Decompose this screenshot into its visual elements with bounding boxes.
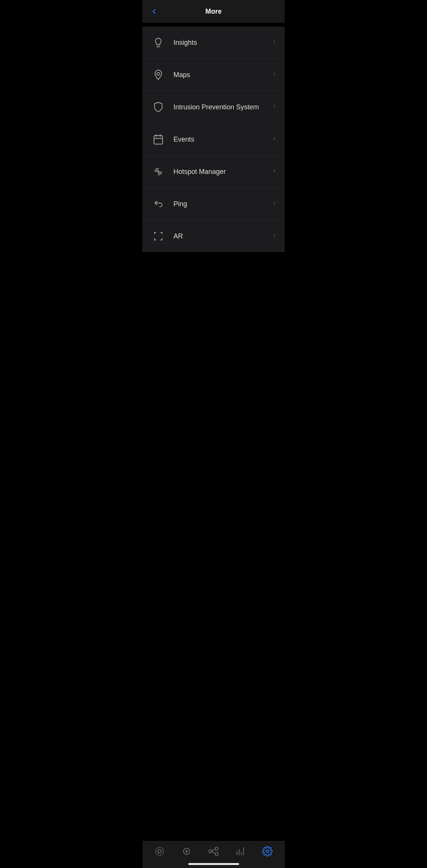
menu-item-ar[interactable]: AR	[142, 220, 285, 252]
ping-label: Ping	[173, 200, 272, 208]
top-separator	[142, 23, 285, 27]
maps-label: Maps	[173, 71, 272, 79]
header: More	[142, 0, 285, 23]
ar-chevron	[272, 233, 277, 240]
events-label: Events	[173, 136, 272, 144]
menu-item-ping[interactable]: Ping	[142, 188, 285, 220]
intrusion-label: Intrusion Prevention System	[173, 103, 272, 111]
shield-icon	[150, 99, 167, 115]
insights-chevron	[272, 39, 277, 46]
svg-point-6	[158, 171, 159, 173]
svg-rect-2	[154, 136, 163, 144]
insights-label: Insights	[173, 39, 272, 47]
hotspot-chevron	[272, 168, 277, 175]
page-title: More	[205, 8, 222, 16]
lightbulb-icon	[150, 34, 167, 51]
menu-item-events[interactable]: Events	[142, 123, 285, 156]
maps-icon	[150, 66, 167, 83]
ping-chevron	[272, 200, 277, 207]
back-button[interactable]	[150, 7, 158, 16]
menu-item-hotspot[interactable]: Hotspot Manager	[142, 156, 285, 188]
menu-item-insights[interactable]: Insights	[142, 27, 285, 59]
maps-chevron	[272, 71, 277, 78]
menu-item-maps[interactable]: Maps	[142, 59, 285, 91]
ping-icon	[150, 196, 167, 212]
bottom-area	[142, 252, 285, 336]
ar-label: AR	[173, 232, 272, 240]
menu-list: Insights Maps	[142, 27, 285, 252]
intrusion-chevron	[272, 104, 277, 110]
ar-icon	[150, 228, 167, 245]
svg-point-1	[157, 73, 160, 76]
hotspot-label: Hotspot Manager	[173, 168, 272, 176]
hotspot-icon	[150, 163, 167, 180]
events-chevron	[272, 136, 277, 143]
menu-item-intrusion[interactable]: Intrusion Prevention System	[142, 91, 285, 123]
calendar-icon	[150, 131, 167, 148]
